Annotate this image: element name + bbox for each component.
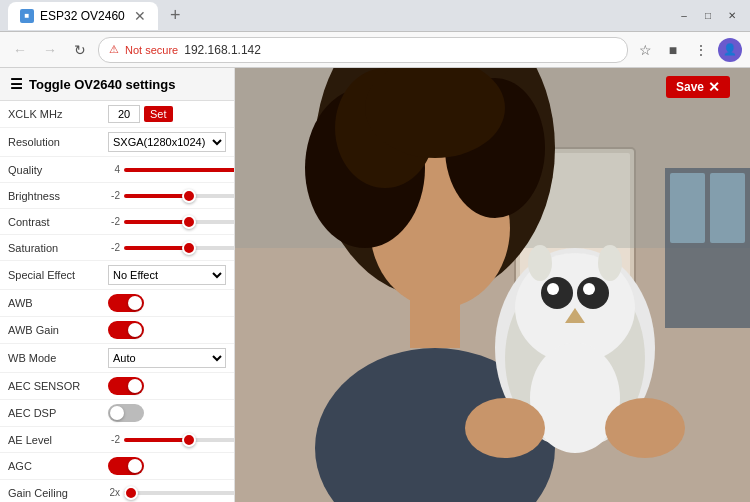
special-effect-row: Special Effect No Effect Negative Graysc… <box>0 261 234 290</box>
hamburger-icon[interactable]: ☰ <box>10 76 23 92</box>
ae-level-slider[interactable] <box>124 438 235 442</box>
ae-level-control: -2 2 <box>108 434 235 445</box>
not-secure-icon: ⚠ <box>109 43 119 56</box>
brightness-row: Brightness -2 2 <box>0 183 234 209</box>
awb-gain-toggle[interactable] <box>108 321 144 339</box>
awb-gain-label: AWB Gain <box>8 324 108 336</box>
svg-point-22 <box>528 245 552 281</box>
gain-ceiling-slider[interactable] <box>124 491 235 495</box>
agc-label: AGC <box>8 460 108 472</box>
ae-level-label: AE Level <box>8 434 108 446</box>
resolution-row: Resolution SXGA(1280x1024) UXGA(1600x120… <box>0 128 234 157</box>
contrast-control: -2 2 <box>108 216 235 227</box>
awb-toggle[interactable] <box>108 294 144 312</box>
svg-point-25 <box>465 398 545 458</box>
gain-ceiling-min: 2x <box>108 487 120 498</box>
svg-point-26 <box>605 398 685 458</box>
saturation-min: -2 <box>108 242 120 253</box>
quality-label: Quality <box>8 164 108 176</box>
svg-rect-28 <box>670 173 705 243</box>
special-effect-label: Special Effect <box>8 269 108 281</box>
special-effect-select[interactable]: No Effect Negative Grayscale Red Tint Gr… <box>108 265 226 285</box>
quality-min: 4 <box>108 164 120 175</box>
tab-title: ESP32 OV2460 <box>40 9 125 23</box>
agc-toggle[interactable] <box>108 457 144 475</box>
agc-row: AGC <box>0 453 234 480</box>
main-content: ☰ Toggle OV2640 settings XCLK MHz Set Re… <box>0 68 750 502</box>
brightness-control: -2 2 <box>108 190 235 201</box>
xclk-set-button[interactable]: Set <box>144 106 173 122</box>
save-close-icon: ✕ <box>708 80 720 94</box>
tab-close-button[interactable]: ✕ <box>134 9 146 23</box>
gain-ceiling-control: 2x 128x <box>108 487 235 498</box>
settings-title: Toggle OV2640 settings <box>29 77 175 92</box>
bookmark-icon[interactable]: ☆ <box>634 39 656 61</box>
aec-sensor-control <box>108 377 226 395</box>
awb-row: AWB <box>0 290 234 317</box>
browser-addressbar: ← → ↻ ⚠ Not secure 192.168.1.142 ☆ ■ ⋮ 👤 <box>0 32 750 68</box>
settings-panel: ☰ Toggle OV2640 settings XCLK MHz Set Re… <box>0 68 235 502</box>
not-secure-text: Not secure <box>125 44 178 56</box>
address-bar[interactable]: ⚠ Not secure 192.168.1.142 <box>98 37 628 63</box>
aec-dsp-toggle[interactable] <box>108 404 144 422</box>
svg-point-23 <box>598 245 622 281</box>
xclk-label: XCLK MHz <box>8 108 108 120</box>
contrast-label: Contrast <box>8 216 108 228</box>
quality-row: Quality 4 63 <box>0 157 234 183</box>
xclk-row: XCLK MHz Set <box>0 101 234 128</box>
save-label: Save <box>676 80 704 94</box>
back-button[interactable]: ← <box>8 38 32 62</box>
ae-level-min: -2 <box>108 434 120 445</box>
resolution-control: SXGA(1280x1024) UXGA(1600x1200) XGA(1024… <box>108 132 226 152</box>
contrast-slider[interactable] <box>124 220 235 224</box>
reload-button[interactable]: ↻ <box>68 38 92 62</box>
extensions-icon[interactable]: ■ <box>662 39 684 61</box>
quality-control: 4 63 <box>108 164 235 175</box>
svg-rect-29 <box>710 173 745 243</box>
wb-mode-row: WB Mode Auto Sunny Cloudy Office Home <box>0 344 234 373</box>
awb-gain-row: AWB Gain <box>0 317 234 344</box>
contrast-min: -2 <box>108 216 120 227</box>
saturation-row: Saturation -2 2 <box>0 235 234 261</box>
resolution-label: Resolution <box>8 136 108 148</box>
forward-button[interactable]: → <box>38 38 62 62</box>
xclk-input[interactable] <box>108 105 140 123</box>
special-effect-control: No Effect Negative Grayscale Red Tint Gr… <box>108 265 226 285</box>
tab-favicon: ■ <box>20 9 34 23</box>
svg-rect-12 <box>410 288 460 348</box>
svg-point-19 <box>547 283 559 295</box>
contrast-row: Contrast -2 2 <box>0 209 234 235</box>
window-controls: – □ ✕ <box>674 6 742 26</box>
save-button[interactable]: Save ✕ <box>666 76 730 98</box>
resolution-select[interactable]: SXGA(1280x1024) UXGA(1600x1200) XGA(1024… <box>108 132 226 152</box>
gain-ceiling-label: Gain Ceiling <box>8 487 108 499</box>
profile-icon[interactable]: 👤 <box>718 38 742 62</box>
browser-titlebar: ■ ESP32 OV2460 ✕ + – □ ✕ <box>0 0 750 32</box>
minimize-button[interactable]: – <box>674 6 694 26</box>
awb-label: AWB <box>8 297 108 309</box>
aec-sensor-toggle[interactable] <box>108 377 144 395</box>
svg-point-24 <box>530 343 620 453</box>
close-window-button[interactable]: ✕ <box>722 6 742 26</box>
new-tab-button[interactable]: + <box>166 5 185 26</box>
maximize-button[interactable]: □ <box>698 6 718 26</box>
saturation-slider[interactable] <box>124 246 235 250</box>
saturation-control: -2 2 <box>108 242 235 253</box>
aec-dsp-row: AEC DSP <box>0 400 234 427</box>
toolbar-right: ☆ ■ ⋮ 👤 <box>634 38 742 62</box>
quality-slider[interactable] <box>124 168 235 172</box>
browser-tab[interactable]: ■ ESP32 OV2460 ✕ <box>8 2 158 30</box>
settings-header: ☰ Toggle OV2640 settings <box>0 68 234 101</box>
address-text: 192.168.1.142 <box>184 43 261 57</box>
saturation-label: Saturation <box>8 242 108 254</box>
wb-mode-select[interactable]: Auto Sunny Cloudy Office Home <box>108 348 226 368</box>
brightness-slider[interactable] <box>124 194 235 198</box>
more-icon[interactable]: ⋮ <box>690 39 712 61</box>
brightness-label: Brightness <box>8 190 108 202</box>
wb-mode-control: Auto Sunny Cloudy Office Home <box>108 348 226 368</box>
camera-view: Save ✕ <box>235 68 750 502</box>
agc-control <box>108 457 226 475</box>
awb-gain-control <box>108 321 226 339</box>
gain-ceiling-row: Gain Ceiling 2x 128x <box>0 480 234 502</box>
brightness-min: -2 <box>108 190 120 201</box>
